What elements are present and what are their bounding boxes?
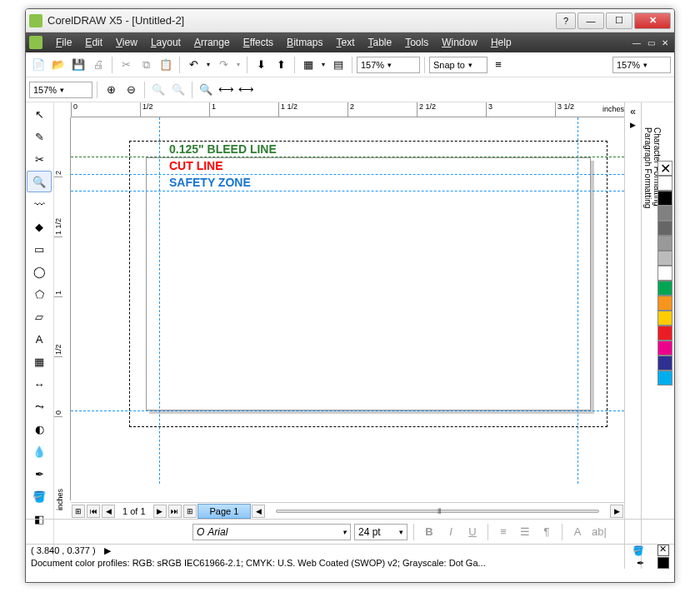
redo-dd-icon[interactable]: ▾ — [234, 56, 242, 74]
dd1-icon[interactable]: ▾ — [319, 56, 328, 74]
zoom-page-icon[interactable]: 🔍 — [197, 81, 215, 99]
mdi-close-icon[interactable]: ✕ — [659, 37, 671, 48]
prev-page-icon[interactable]: ◀ — [102, 505, 115, 518]
export-icon[interactable]: ⬆ — [272, 56, 290, 74]
docker-paragraph[interactable]: Paragraph Formatting — [643, 127, 652, 535]
minimize-button[interactable]: — — [578, 12, 604, 29]
import-icon[interactable]: ⬇ — [252, 56, 270, 74]
menu-bitmaps[interactable]: Bitmaps — [280, 34, 329, 51]
save-icon[interactable]: 💾 — [69, 56, 88, 74]
menu-text[interactable]: Text — [329, 34, 361, 51]
menu-layout[interactable]: Layout — [144, 34, 188, 51]
dropcap-icon[interactable]: ¶ — [538, 523, 556, 541]
rectangle-tool[interactable]: ▭ — [27, 238, 52, 260]
flyout-icon[interactable]: ▶ — [625, 121, 641, 129]
italic-icon[interactable]: I — [442, 523, 460, 541]
snap-combo[interactable]: Snap to▾ — [429, 57, 488, 73]
guide-safe-top[interactable] — [71, 191, 624, 192]
outline-tool-icon[interactable]: ✒ — [637, 558, 644, 569]
color-swatch[interactable] — [658, 311, 672, 326]
scroll-right-icon[interactable]: ▶ — [610, 505, 623, 518]
font-size-combo[interactable]: 24 pt▾ — [354, 524, 408, 540]
menu-arrange[interactable]: Arrange — [188, 34, 237, 51]
last-page-icon[interactable]: ⏭ — [168, 505, 182, 518]
color-swatch[interactable] — [658, 356, 672, 371]
zoom-combo-1[interactable]: 157%▾ — [357, 57, 420, 73]
zoom-height-icon[interactable]: ⟷ — [237, 81, 255, 99]
outline-tool[interactable]: ✒ — [27, 463, 52, 485]
color-swatch[interactable] — [658, 221, 672, 236]
freehand-tool[interactable]: 〰 — [27, 193, 52, 215]
undo-icon[interactable]: ↶ — [184, 56, 202, 74]
options-icon[interactable]: ≡ — [489, 56, 508, 74]
zoom-sel-icon[interactable]: 🔍 — [149, 81, 168, 99]
color-swatch[interactable] — [658, 281, 672, 296]
canvas-text[interactable]: 0.125" BLEED LINE — [169, 142, 277, 156]
mdi-restore-icon[interactable]: ▭ — [645, 37, 657, 48]
maximize-button[interactable]: ☐ — [606, 12, 632, 29]
zoom-combo-2[interactable]: 157%▾ — [612, 57, 671, 73]
zoom-width-icon[interactable]: ⟷ — [217, 81, 235, 99]
menu-effects[interactable]: Effects — [237, 34, 280, 51]
add-page-icon[interactable]: ⊞ — [72, 505, 85, 518]
hscrollbar[interactable]: ⫴ — [276, 505, 599, 517]
guide-cut-top[interactable] — [71, 174, 624, 175]
bold-icon[interactable]: B — [420, 523, 438, 541]
color-swatch[interactable] — [658, 266, 672, 281]
color-swatch[interactable] — [658, 371, 672, 386]
canvas[interactable]: 0.125" BLEED LINECUT LINESAFETY ZONE — [71, 117, 624, 484]
new-icon[interactable]: 📄 — [29, 56, 48, 74]
color-swatch[interactable] — [658, 176, 672, 191]
fill-tool[interactable]: 🪣 — [27, 485, 52, 507]
help-button[interactable]: ? — [556, 12, 576, 29]
next-page-icon[interactable]: ▶ — [153, 505, 167, 518]
ellipse-tool[interactable]: ◯ — [27, 261, 52, 282]
zoom-all-icon[interactable]: 🔍 — [169, 81, 188, 99]
guide-bleed-top[interactable] — [71, 157, 624, 157]
menu-edit[interactable]: Edit — [78, 34, 109, 51]
crop-tool[interactable]: ✂ — [27, 148, 52, 170]
eyedropper-tool[interactable]: 💧 — [27, 440, 52, 462]
app-launcher-icon[interactable]: ▦ — [299, 56, 318, 74]
table-tool[interactable]: ▦ — [27, 351, 52, 372]
smart-fill-tool[interactable]: ◆ — [27, 216, 52, 237]
fill-tool-icon[interactable]: 🪣 — [632, 545, 644, 556]
canvas-text[interactable]: SAFETY ZONE — [169, 176, 251, 189]
canvas-text[interactable]: CUT LINE — [169, 159, 223, 172]
guide-bottom[interactable] — [71, 410, 624, 411]
scroll-left-icon[interactable]: ◀ — [252, 505, 265, 518]
interactive-tool[interactable]: ◐ — [27, 418, 52, 440]
fill-none-swatch[interactable] — [658, 545, 669, 556]
vertical-ruler[interactable]: 21 1/211/20 — [54, 117, 71, 500]
menu-tools[interactable]: Tools — [398, 34, 435, 51]
expand-icon[interactable]: « — [625, 106, 641, 117]
color-swatch[interactable] — [658, 206, 672, 221]
menu-table[interactable]: Table — [361, 34, 398, 51]
horizontal-ruler[interactable]: 01/211 1/222 1/233 1/2 — [71, 102, 624, 117]
undo-dd-icon[interactable]: ▾ — [204, 56, 212, 74]
redo-icon[interactable]: ↷ — [214, 56, 232, 74]
paste-icon[interactable]: 📋 — [157, 56, 175, 74]
color-swatch[interactable] — [658, 341, 672, 356]
polygon-tool[interactable]: ⬠ — [27, 283, 52, 305]
color-swatch[interactable] — [658, 326, 672, 341]
connector-tool[interactable]: ⤳ — [27, 395, 52, 417]
close-button[interactable]: ✕ — [634, 12, 671, 29]
cut-icon[interactable]: ✂ — [117, 56, 135, 74]
menu-window[interactable]: Window — [435, 34, 484, 51]
copy-icon[interactable]: ⧉ — [137, 56, 155, 74]
page-tab[interactable]: Page 1 — [198, 504, 252, 519]
color-swatch[interactable] — [658, 296, 672, 311]
color-swatch[interactable] — [658, 191, 672, 206]
edit-text-icon[interactable]: ab| — [590, 523, 608, 541]
guide-left[interactable] — [159, 117, 160, 484]
zoom-tool[interactable]: 🔍 — [27, 171, 52, 192]
char-format-icon[interactable]: A — [568, 523, 587, 541]
color-swatch[interactable] — [658, 251, 672, 266]
outline-swatch[interactable] — [658, 557, 669, 569]
pick-tool[interactable]: ↖ — [27, 103, 52, 125]
welcome-icon[interactable]: ▤ — [329, 56, 348, 74]
zoom-combo-3[interactable]: 157%▾ — [29, 82, 92, 98]
add-page-after-icon[interactable]: ⊞ — [183, 505, 197, 518]
menu-file[interactable]: File — [49, 34, 78, 51]
